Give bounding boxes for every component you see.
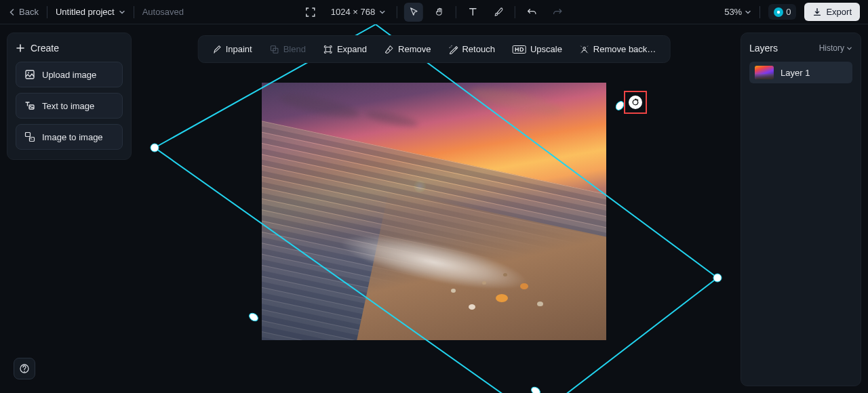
text-icon (468, 7, 478, 17)
blend-icon (270, 45, 279, 54)
history-dropdown[interactable]: History (819, 43, 852, 53)
layer-name: Layer 1 (781, 68, 810, 78)
selection-midpoint-bl[interactable] (248, 312, 259, 323)
svg-point-3 (28, 73, 29, 74)
redo-button[interactable] (548, 3, 567, 22)
svg-point-0 (777, 10, 780, 13)
cursor-icon (409, 7, 419, 17)
expand-icon (323, 45, 333, 54)
layers-panel: Layers History Layer 1 (741, 33, 861, 386)
undo-icon (527, 7, 537, 17)
credit-icon (774, 7, 783, 17)
chevron-left-icon (8, 8, 16, 16)
credits-count: 0 (786, 7, 791, 17)
divider (515, 6, 515, 18)
download-icon (812, 7, 822, 17)
tool-strip: Inpaint Blend Expand Remove Retouch HD U… (198, 35, 671, 63)
create-heading: Create (16, 43, 123, 54)
autosaved-status: Autosaved (142, 7, 184, 17)
plus-icon (16, 43, 25, 53)
zoom-label: 53% (724, 7, 742, 17)
cursor-tool-button[interactable] (404, 3, 423, 22)
layers-heading: Layers (749, 43, 778, 54)
dimensions-label: 1024 × 768 (331, 7, 375, 17)
help-button[interactable] (14, 358, 35, 379)
hand-tool-button[interactable] (430, 3, 449, 22)
divider (397, 6, 397, 18)
retouch-tool[interactable]: Retouch (441, 40, 501, 58)
fit-view-button[interactable] (301, 3, 320, 22)
image-to-image-button[interactable]: Image to image (16, 124, 123, 150)
project-name-dropdown[interactable]: Untitled project (56, 7, 125, 17)
selection-midpoint-br[interactable] (530, 386, 541, 393)
divider (760, 6, 760, 18)
create-panel: Create Upload image Text to image Image … (7, 33, 132, 160)
chevron-down-icon (119, 9, 125, 16)
text-to-image-label: Text to image (42, 101, 94, 111)
canvas-dimensions-dropdown[interactable]: 1024 × 768 (327, 4, 390, 20)
undo-button[interactable] (522, 3, 541, 22)
zoom-dropdown[interactable]: 53% (724, 7, 751, 17)
upload-image-icon (24, 69, 35, 80)
selection-handle-right[interactable] (713, 274, 722, 282)
upscale-tool[interactable]: HD Upscale (506, 40, 569, 58)
hd-icon: HD (513, 45, 526, 54)
project-name-label: Untitled project (56, 7, 115, 17)
fit-icon (305, 7, 316, 18)
expand-tool[interactable]: Expand (317, 40, 374, 58)
layer-thumbnail (755, 66, 774, 79)
brush-tool-button[interactable] (489, 3, 508, 22)
topbar: Back Untitled project Autosaved 1024 × 7… (0, 0, 868, 24)
svg-point-10 (583, 47, 586, 49)
chevron-down-icon (846, 45, 852, 51)
remove-bg-icon (580, 45, 589, 54)
inpaint-tool[interactable]: Inpaint (205, 40, 259, 58)
export-label: Export (826, 7, 852, 17)
image-to-image-label: Image to image (42, 132, 103, 142)
hand-icon (435, 7, 445, 17)
upload-image-label: Upload image (42, 70, 96, 80)
eraser-icon (384, 45, 394, 54)
text-tool-button[interactable] (463, 3, 482, 22)
svg-rect-5 (26, 133, 31, 137)
inpaint-icon (212, 45, 222, 54)
svg-rect-9 (326, 47, 330, 51)
upload-image-button[interactable]: Upload image (16, 62, 123, 87)
blend-tool: Blend (263, 40, 313, 58)
rotate-handle[interactable] (624, 91, 647, 114)
layer-item[interactable]: Layer 1 (749, 62, 852, 83)
remove-tool[interactable]: Remove (378, 40, 437, 58)
brush-icon (494, 7, 504, 17)
chevron-down-icon (745, 9, 751, 16)
canvas-image[interactable] (262, 83, 606, 340)
help-icon (19, 363, 30, 374)
divider (456, 6, 456, 18)
image-to-image-icon (24, 131, 35, 142)
divider (134, 6, 134, 18)
retouch-icon (448, 45, 458, 54)
selection-handle-left[interactable] (151, 144, 159, 152)
rotate-icon (631, 98, 639, 106)
chevron-down-icon (379, 9, 386, 16)
remove-background-tool[interactable]: Remove back… (573, 40, 663, 58)
redo-icon (553, 7, 563, 17)
back-button[interactable]: Back (8, 7, 39, 17)
text-to-image-button[interactable]: Text to image (16, 93, 123, 119)
export-button[interactable]: Export (804, 3, 860, 21)
text-to-image-icon (24, 100, 35, 111)
back-label: Back (19, 7, 39, 17)
credits-button[interactable]: 0 (768, 4, 796, 20)
divider (47, 6, 47, 18)
